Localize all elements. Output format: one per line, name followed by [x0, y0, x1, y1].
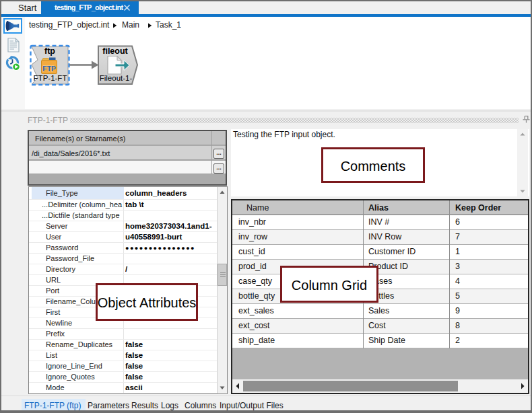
svg-text:Fileout-1-: Fileout-1-	[100, 74, 133, 82]
svg-text:FTP: FTP	[42, 65, 56, 73]
svg-text:fileout: fileout	[102, 46, 128, 56]
svg-text:FTP-1-FT: FTP-1-FT	[34, 74, 67, 82]
svg-text:ftp: ftp	[44, 46, 55, 56]
